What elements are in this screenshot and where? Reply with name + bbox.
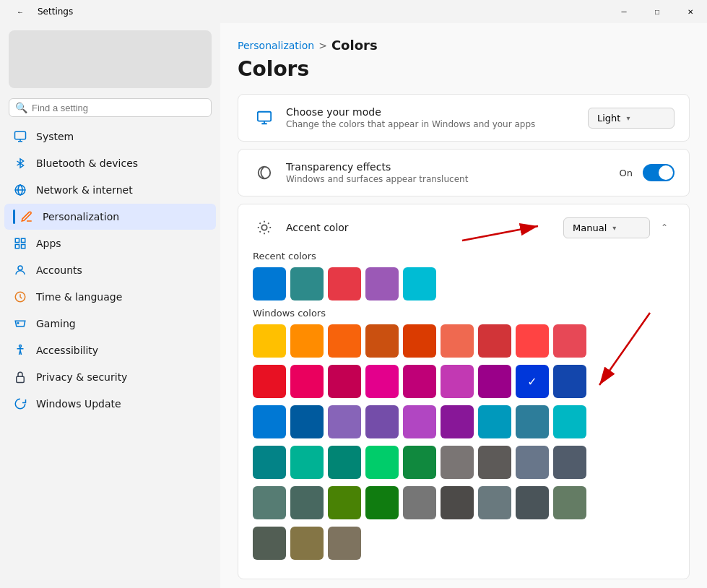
windows-color-1-2[interactable]	[328, 365, 361, 398]
windows-color-0-6[interactable]	[478, 324, 511, 358]
search-input[interactable]	[32, 103, 205, 113]
windows-color-4-4[interactable]	[403, 486, 436, 519]
windows-color-4-6[interactable]	[478, 486, 511, 519]
windows-color-0-8[interactable]	[553, 324, 586, 358]
windows-color-1-4[interactable]	[403, 365, 436, 398]
windows-color-2-1[interactable]	[290, 405, 324, 438]
windows-color-5-1[interactable]	[290, 527, 324, 560]
privacy-icon	[13, 370, 27, 384]
windows-color-5-0[interactable]	[253, 527, 286, 560]
windows-color-4-8[interactable]	[553, 486, 586, 519]
sidebar-item-time[interactable]: Time & language	[4, 284, 216, 310]
titlebar-title: Settings	[38, 7, 73, 17]
windows-color-3-0[interactable]	[253, 446, 286, 479]
windows-color-5-2[interactable]	[328, 527, 361, 560]
windows-color-3-8[interactable]	[553, 446, 586, 479]
windows-color-1-3[interactable]	[365, 365, 399, 398]
windows-color-3-2[interactable]	[328, 446, 361, 479]
windows-color-1-0[interactable]	[253, 365, 286, 398]
accent-body: Recent colors Windows colors	[238, 251, 689, 579]
windows-color-3-3[interactable]	[365, 446, 399, 479]
windows-color-2-5[interactable]	[441, 405, 474, 438]
windows-color-4-1[interactable]	[290, 486, 324, 519]
windows-color-2-2[interactable]	[328, 405, 361, 438]
svg-point-8	[19, 345, 22, 347]
sidebar-item-label-system: System	[36, 131, 74, 142]
breadcrumb-parent[interactable]: Personalization	[238, 40, 314, 51]
svg-point-11	[259, 167, 271, 179]
windows-color-2-6[interactable]	[478, 405, 511, 438]
windows-color-3-4[interactable]	[403, 446, 436, 479]
sidebar-item-system[interactable]: System	[4, 124, 216, 150]
windows-color-0-0[interactable]	[253, 324, 286, 358]
sidebar-item-label-personalization: Personalization	[43, 211, 119, 222]
windows-color-3-1[interactable]	[290, 446, 324, 479]
sidebar-item-accounts[interactable]: Accounts	[4, 257, 216, 283]
windows-color-3-7[interactable]	[516, 446, 549, 479]
svg-rect-10	[258, 112, 271, 121]
sidebar-item-privacy[interactable]: Privacy & security	[4, 364, 216, 390]
mode-setting-row: Choose your mode Change the colors that …	[253, 106, 675, 129]
recent-color-0[interactable]	[253, 267, 286, 301]
windows-color-4-5[interactable]	[441, 486, 474, 519]
windows-color-0-1[interactable]	[290, 324, 324, 358]
windows-color-1-6[interactable]	[478, 365, 511, 398]
windows-color-1-5[interactable]	[441, 365, 474, 398]
mode-icon	[253, 106, 276, 129]
sidebar-item-label-update: Windows Update	[36, 398, 121, 410]
windows-color-0-2[interactable]	[328, 324, 361, 358]
minimize-button[interactable]: ─	[607, 0, 641, 23]
bluetooth-icon	[13, 156, 27, 170]
sidebar-item-bluetooth[interactable]: Bluetooth & devices	[4, 150, 216, 176]
windows-color-2-7[interactable]	[516, 405, 549, 438]
windows-color-0-4[interactable]	[403, 324, 436, 358]
windows-color-0-5[interactable]	[441, 324, 474, 358]
sidebar-item-label-gaming: Gaming	[36, 318, 76, 329]
windows-color-4-0[interactable]	[253, 486, 286, 519]
windows-color-1-1[interactable]	[290, 365, 324, 398]
back-button[interactable]: ←	[9, 0, 32, 23]
recent-color-3[interactable]	[365, 267, 399, 301]
close-button[interactable]: ✕	[674, 0, 707, 23]
transparency-toggle[interactable]	[643, 164, 675, 181]
mode-dropdown[interactable]: Light ▾	[588, 108, 675, 129]
windows-color-0-7[interactable]	[516, 324, 549, 358]
search-bar[interactable]: 🔍	[9, 98, 212, 117]
accent-header: Accent color Manual ▾ ⌃	[238, 204, 689, 251]
sidebar-item-accessibility[interactable]: Accessibility	[4, 337, 216, 363]
toggle-thumb	[659, 165, 673, 180]
windows-color-2-8[interactable]	[553, 405, 586, 438]
windows-color-2-4[interactable]	[403, 405, 436, 438]
svg-rect-9	[17, 376, 25, 382]
svg-rect-0	[15, 131, 26, 139]
windows-color-3-6[interactable]	[478, 446, 511, 479]
windows-color-4-7[interactable]	[516, 486, 549, 519]
sidebar-item-network[interactable]: Network & internet	[4, 177, 216, 203]
windows-color-row-4	[253, 486, 675, 519]
windows-color-4-3[interactable]	[365, 486, 399, 519]
accent-control: Manual ▾ ⌃	[563, 217, 675, 238]
windows-color-0-3[interactable]	[365, 324, 399, 358]
windows-color-2-3[interactable]	[365, 405, 399, 438]
accent-color-card: Accent color Manual ▾ ⌃ Recent colors Wi…	[238, 204, 690, 579]
windows-color-2-0[interactable]	[253, 405, 286, 438]
sidebar-item-apps[interactable]: Apps	[4, 230, 216, 256]
accent-expand-button[interactable]: ⌃	[654, 217, 675, 238]
recent-color-2[interactable]	[328, 267, 361, 301]
windows-colors-label: Windows colors	[253, 308, 675, 319]
windows-color-3-5[interactable]	[441, 446, 474, 479]
system-icon	[13, 129, 27, 144]
windows-color-1-8[interactable]	[553, 365, 586, 398]
accent-label: Accent color	[286, 222, 553, 233]
windows-color-1-7[interactable]	[516, 365, 549, 398]
sidebar-item-update[interactable]: Windows Update	[4, 391, 216, 417]
accent-dropdown[interactable]: Manual ▾	[563, 217, 650, 238]
sidebar-item-gaming[interactable]: Gaming	[4, 311, 216, 337]
recent-color-4[interactable]	[403, 267, 436, 301]
windows-color-4-2[interactable]	[328, 486, 361, 519]
sidebar-item-personalization[interactable]: Personalization	[4, 204, 216, 230]
mode-desc: Change the colors that appear in Windows…	[286, 119, 578, 129]
maximize-button[interactable]: □	[641, 0, 674, 23]
profile-picture	[9, 30, 212, 88]
recent-color-1[interactable]	[290, 267, 324, 301]
